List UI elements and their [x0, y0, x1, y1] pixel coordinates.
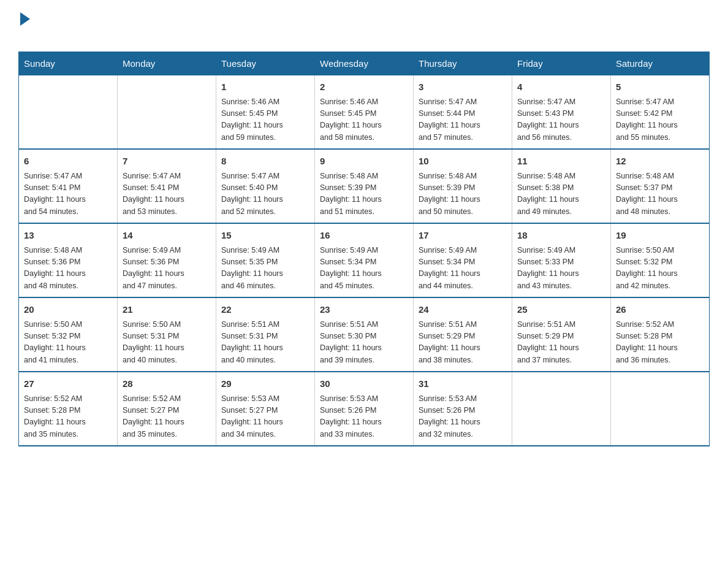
calendar-cell: 5Sunrise: 5:47 AMSunset: 5:42 PMDaylight… — [611, 75, 710, 150]
calendar-cell — [512, 372, 611, 446]
calendar-cell: 8Sunrise: 5:47 AMSunset: 5:40 PMDaylight… — [216, 149, 315, 223]
day-number: 30 — [320, 377, 408, 391]
calendar-cell: 27Sunrise: 5:52 AMSunset: 5:28 PMDayligh… — [19, 372, 118, 446]
day-number: 25 — [517, 303, 605, 317]
calendar-week-3: 13Sunrise: 5:48 AMSunset: 5:36 PMDayligh… — [19, 223, 710, 297]
calendar-header-row: SundayMondayTuesdayWednesdayThursdayFrid… — [19, 52, 710, 75]
day-info: Sunrise: 5:48 AMSunset: 5:36 PMDaylight:… — [24, 245, 112, 293]
day-info: Sunrise: 5:52 AMSunset: 5:28 PMDaylight:… — [24, 393, 112, 441]
day-number: 14 — [123, 229, 211, 243]
calendar-header-thursday: Thursday — [414, 52, 512, 75]
calendar-header-saturday: Saturday — [611, 52, 710, 75]
day-number: 1 — [221, 80, 309, 94]
calendar-cell — [19, 75, 118, 150]
day-number: 12 — [616, 155, 704, 169]
calendar-table: SundayMondayTuesdayWednesdayThursdayFrid… — [18, 52, 710, 446]
day-number: 4 — [517, 80, 605, 94]
calendar-cell — [118, 75, 216, 150]
day-number: 6 — [24, 155, 112, 169]
day-number: 18 — [517, 229, 605, 243]
calendar-cell: 17Sunrise: 5:49 AMSunset: 5:34 PMDayligh… — [414, 223, 512, 297]
day-info: Sunrise: 5:51 AMSunset: 5:29 PMDaylight:… — [419, 319, 507, 367]
calendar-cell: 2Sunrise: 5:46 AMSunset: 5:45 PMDaylight… — [315, 75, 414, 150]
calendar-cell: 21Sunrise: 5:50 AMSunset: 5:31 PMDayligh… — [118, 297, 216, 372]
day-number: 31 — [419, 377, 507, 391]
calendar-cell: 4Sunrise: 5:47 AMSunset: 5:43 PMDaylight… — [512, 75, 611, 150]
day-info: Sunrise: 5:46 AMSunset: 5:45 PMDaylight:… — [320, 96, 408, 144]
calendar-cell: 15Sunrise: 5:49 AMSunset: 5:35 PMDayligh… — [216, 223, 315, 297]
day-info: Sunrise: 5:49 AMSunset: 5:33 PMDaylight:… — [517, 245, 605, 293]
day-info: Sunrise: 5:49 AMSunset: 5:34 PMDaylight:… — [320, 245, 408, 293]
calendar-cell: 23Sunrise: 5:51 AMSunset: 5:30 PMDayligh… — [315, 297, 414, 372]
calendar-cell: 18Sunrise: 5:49 AMSunset: 5:33 PMDayligh… — [512, 223, 611, 297]
day-info: Sunrise: 5:49 AMSunset: 5:35 PMDaylight:… — [221, 245, 309, 293]
day-info: Sunrise: 5:49 AMSunset: 5:34 PMDaylight:… — [419, 245, 507, 293]
calendar-cell: 9Sunrise: 5:48 AMSunset: 5:39 PMDaylight… — [315, 149, 414, 223]
day-info: Sunrise: 5:47 AMSunset: 5:41 PMDaylight:… — [24, 170, 112, 218]
calendar-cell: 24Sunrise: 5:51 AMSunset: 5:29 PMDayligh… — [414, 297, 512, 372]
calendar-cell: 14Sunrise: 5:49 AMSunset: 5:36 PMDayligh… — [118, 223, 216, 297]
day-number: 2 — [320, 80, 408, 94]
day-number: 19 — [616, 229, 704, 243]
day-number: 20 — [24, 303, 112, 317]
calendar-cell: 11Sunrise: 5:48 AMSunset: 5:38 PMDayligh… — [512, 149, 611, 223]
day-info: Sunrise: 5:48 AMSunset: 5:37 PMDaylight:… — [616, 170, 704, 218]
calendar-cell: 25Sunrise: 5:51 AMSunset: 5:29 PMDayligh… — [512, 297, 611, 372]
day-number: 21 — [123, 303, 211, 317]
day-number: 27 — [24, 377, 112, 391]
calendar-header-tuesday: Tuesday — [216, 52, 315, 75]
day-number: 7 — [123, 155, 211, 169]
calendar-week-1: 1Sunrise: 5:46 AMSunset: 5:45 PMDaylight… — [19, 75, 710, 150]
calendar-week-4: 20Sunrise: 5:50 AMSunset: 5:32 PMDayligh… — [19, 297, 710, 372]
calendar-cell: 31Sunrise: 5:53 AMSunset: 5:26 PMDayligh… — [414, 372, 512, 446]
day-info: Sunrise: 5:49 AMSunset: 5:36 PMDaylight:… — [123, 245, 211, 293]
calendar-cell: 13Sunrise: 5:48 AMSunset: 5:36 PMDayligh… — [19, 223, 118, 297]
calendar-week-5: 27Sunrise: 5:52 AMSunset: 5:28 PMDayligh… — [19, 372, 710, 446]
day-number: 16 — [320, 229, 408, 243]
calendar-cell: 29Sunrise: 5:53 AMSunset: 5:27 PMDayligh… — [216, 372, 315, 446]
logo — [18, 12, 30, 45]
day-number: 23 — [320, 303, 408, 317]
day-info: Sunrise: 5:50 AMSunset: 5:31 PMDaylight:… — [123, 319, 211, 367]
day-info: Sunrise: 5:47 AMSunset: 5:41 PMDaylight:… — [123, 170, 211, 218]
day-number: 15 — [221, 229, 309, 243]
day-info: Sunrise: 5:51 AMSunset: 5:29 PMDaylight:… — [517, 319, 605, 367]
day-number: 9 — [320, 155, 408, 169]
calendar-header-monday: Monday — [118, 52, 216, 75]
calendar-cell: 30Sunrise: 5:53 AMSunset: 5:26 PMDayligh… — [315, 372, 414, 446]
calendar-header-friday: Friday — [512, 52, 611, 75]
day-info: Sunrise: 5:53 AMSunset: 5:26 PMDaylight:… — [419, 393, 507, 441]
day-info: Sunrise: 5:53 AMSunset: 5:27 PMDaylight:… — [221, 393, 309, 441]
day-info: Sunrise: 5:47 AMSunset: 5:40 PMDaylight:… — [221, 170, 309, 218]
day-number: 13 — [24, 229, 112, 243]
calendar-header-wednesday: Wednesday — [315, 52, 414, 75]
day-info: Sunrise: 5:50 AMSunset: 5:32 PMDaylight:… — [24, 319, 112, 367]
day-number: 29 — [221, 377, 309, 391]
calendar-cell: 19Sunrise: 5:50 AMSunset: 5:32 PMDayligh… — [611, 223, 710, 297]
calendar-cell: 28Sunrise: 5:52 AMSunset: 5:27 PMDayligh… — [118, 372, 216, 446]
calendar-header-sunday: Sunday — [19, 52, 118, 75]
calendar-cell: 7Sunrise: 5:47 AMSunset: 5:41 PMDaylight… — [118, 149, 216, 223]
calendar-cell: 22Sunrise: 5:51 AMSunset: 5:31 PMDayligh… — [216, 297, 315, 372]
day-number: 10 — [419, 155, 507, 169]
day-number: 24 — [419, 303, 507, 317]
day-number: 5 — [616, 80, 704, 94]
day-info: Sunrise: 5:53 AMSunset: 5:26 PMDaylight:… — [320, 393, 408, 441]
calendar-cell: 26Sunrise: 5:52 AMSunset: 5:28 PMDayligh… — [611, 297, 710, 372]
calendar-week-2: 6Sunrise: 5:47 AMSunset: 5:41 PMDaylight… — [19, 149, 710, 223]
page-header — [18, 12, 710, 45]
calendar-cell: 1Sunrise: 5:46 AMSunset: 5:45 PMDaylight… — [216, 75, 315, 150]
day-number: 28 — [123, 377, 211, 391]
day-number: 3 — [419, 80, 507, 94]
calendar-cell: 10Sunrise: 5:48 AMSunset: 5:39 PMDayligh… — [414, 149, 512, 223]
day-info: Sunrise: 5:51 AMSunset: 5:31 PMDaylight:… — [221, 319, 309, 367]
calendar-cell — [611, 372, 710, 446]
day-info: Sunrise: 5:48 AMSunset: 5:39 PMDaylight:… — [320, 170, 408, 218]
day-info: Sunrise: 5:47 AMSunset: 5:44 PMDaylight:… — [419, 96, 507, 144]
calendar-cell: 16Sunrise: 5:49 AMSunset: 5:34 PMDayligh… — [315, 223, 414, 297]
day-info: Sunrise: 5:48 AMSunset: 5:38 PMDaylight:… — [517, 170, 605, 218]
day-number: 11 — [517, 155, 605, 169]
day-info: Sunrise: 5:51 AMSunset: 5:30 PMDaylight:… — [320, 319, 408, 367]
day-number: 17 — [419, 229, 507, 243]
logo-arrow-icon — [20, 12, 30, 26]
